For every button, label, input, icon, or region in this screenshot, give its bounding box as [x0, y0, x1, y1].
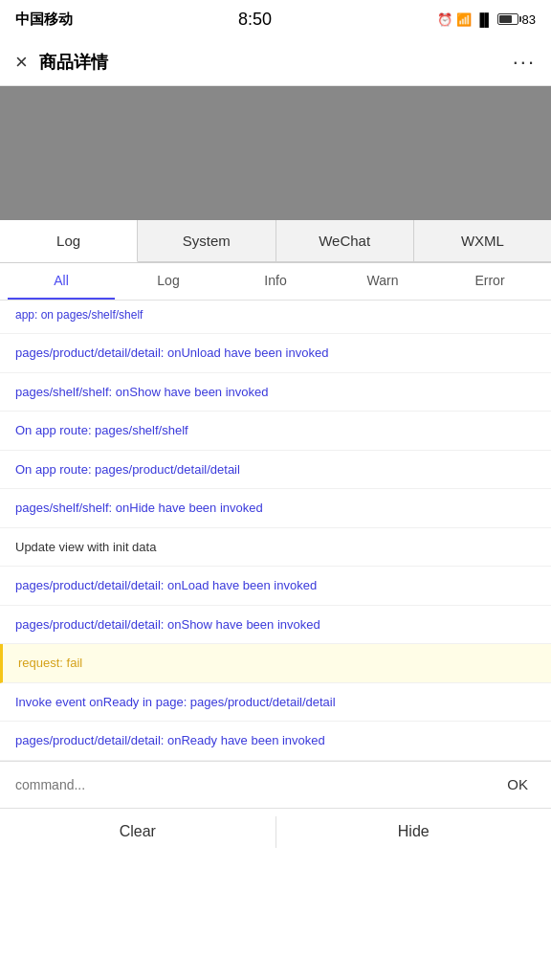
time-label: 8:50 [238, 10, 272, 30]
header-left: × 商品详情 [15, 50, 108, 75]
log-entry-warn: request: fail [0, 644, 551, 683]
preview-area [0, 86, 551, 220]
log-entry: pages/product/detail/detail: onReady hav… [0, 722, 551, 761]
command-bar: OK [0, 761, 551, 808]
tab-wxml[interactable]: WXML [414, 220, 551, 262]
status-bar: 中国移动 8:50 ⏰ 📶 ▐▌ 83 [0, 0, 551, 38]
log-entry: Invoke event onReady in page: pages/prod… [0, 683, 551, 723]
subtab-warn[interactable]: Warn [329, 263, 436, 300]
status-icons: ⏰ 📶 ▐▌ 83 [437, 12, 536, 27]
subtab-info[interactable]: Info [222, 263, 329, 300]
alarm-icon: ⏰ [437, 12, 452, 27]
close-button[interactable]: × [15, 50, 28, 75]
main-tabs: Log System WeChat WXML [0, 220, 551, 263]
command-input[interactable] [8, 768, 492, 802]
log-entry: pages/shelf/shelf: onHide have been invo… [0, 489, 551, 528]
ok-button[interactable]: OK [492, 768, 543, 802]
log-entry: On app route: pages/product/detail/detai… [0, 451, 551, 490]
log-entry: app: on pages/shelf/shelf [0, 301, 551, 334]
page-title: 商品详情 [39, 51, 108, 74]
battery-label: 83 [522, 12, 536, 27]
subtab-error[interactable]: Error [436, 263, 543, 300]
battery-icon [497, 13, 518, 25]
clear-button[interactable]: Clear [0, 809, 276, 856]
subtab-log[interactable]: Log [115, 263, 222, 300]
subtab-all[interactable]: All [8, 263, 115, 300]
signal-icon: ▐▌ [475, 12, 493, 27]
log-entry: pages/product/detail/detail: onShow have… [0, 606, 551, 645]
more-button[interactable]: ··· [513, 50, 536, 75]
log-entry: pages/shelf/shelf: onShow have been invo… [0, 373, 551, 412]
log-entry: pages/product/detail/detail: onUnload ha… [0, 334, 551, 373]
tab-log[interactable]: Log [0, 220, 138, 262]
header: × 商品详情 ··· [0, 38, 551, 86]
tab-system[interactable]: System [138, 220, 276, 262]
wifi-icon: 📶 [456, 12, 472, 27]
bottom-bar: Clear Hide [0, 808, 551, 856]
log-area: app: on pages/shelf/shelf pages/product/… [0, 301, 551, 761]
log-entry: pages/product/detail/detail: onLoad have… [0, 567, 551, 606]
tab-wechat[interactable]: WeChat [276, 220, 414, 262]
carrier-label: 中国移动 [15, 11, 73, 29]
sub-tabs: All Log Info Warn Error [0, 263, 551, 301]
log-entry: On app route: pages/shelf/shelf [0, 412, 551, 451]
hide-button[interactable]: Hide [276, 809, 552, 856]
log-entry: Update view with init data [0, 528, 551, 568]
